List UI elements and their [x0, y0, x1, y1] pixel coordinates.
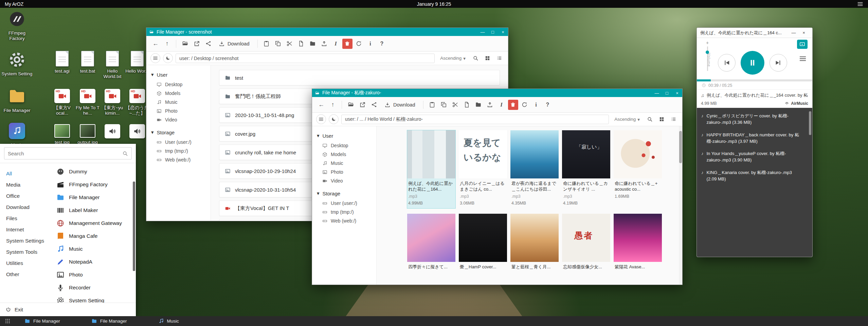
- desktop-file[interactable]: [100, 124, 125, 138]
- refresh-button[interactable]: [520, 100, 530, 110]
- list-toggle-button[interactable]: [316, 114, 326, 124]
- taskbar-item-file-manager-1[interactable]: File Manager: [21, 316, 64, 326]
- upload-button[interactable]: [485, 100, 495, 110]
- help-button[interactable]: ?: [377, 39, 387, 49]
- sidebar-item-web-drive[interactable]: Web (web:/): [312, 216, 376, 225]
- rename-button[interactable]: I: [331, 39, 341, 49]
- back-button[interactable]: ←: [316, 100, 326, 110]
- scrollbar-thumb[interactable]: [679, 131, 682, 163]
- open-button[interactable]: [180, 39, 190, 49]
- copy-button[interactable]: [273, 39, 283, 49]
- file-tile[interactable]: 四季折々に擬きて...: [407, 214, 455, 270]
- desktop-icon-file-manager[interactable]: File Manager: [1, 87, 33, 113]
- desktop-file[interactable]: Hello World.txt: [100, 51, 125, 79]
- category-system-tools[interactable]: System Tools: [6, 246, 51, 257]
- up-button[interactable]: ↑: [328, 100, 338, 110]
- topbar-menu-icon[interactable]: [857, 1, 863, 7]
- search-box[interactable]: [4, 147, 132, 159]
- sidebar-item-user-drive[interactable]: User (user:/): [146, 138, 211, 147]
- dark-mode-button[interactable]: [163, 53, 173, 63]
- sidebar-item-desktop[interactable]: Desktop: [146, 80, 211, 89]
- sidebar-section-storage[interactable]: ▾Storage: [312, 188, 376, 199]
- volume-slider[interactable]: + Volume: [703, 40, 712, 71]
- up-button[interactable]: ↑: [162, 39, 172, 49]
- paste-button[interactable]: [261, 39, 272, 49]
- exit-button[interactable]: Exit: [0, 303, 136, 316]
- next-track-button[interactable]: [770, 54, 787, 72]
- desktop-file[interactable]: HD Fly Me To T he...: [75, 89, 101, 116]
- sidebar-item-photo[interactable]: Photo: [312, 168, 376, 176]
- search-input[interactable]: [8, 151, 122, 156]
- desktop-file[interactable]: output.jpg: [75, 124, 101, 145]
- start-menu-scrollbar[interactable]: [133, 181, 135, 271]
- app-item-recorder[interactable]: Recorder: [54, 281, 131, 294]
- download-button[interactable]: Download: [215, 38, 254, 49]
- sidebar-item-web-drive[interactable]: Web (web:/): [146, 155, 211, 164]
- sidebar-section-storage[interactable]: ▾Storage: [146, 127, 211, 138]
- app-item-notepada[interactable]: NotepadA: [54, 255, 131, 268]
- video-mode-button[interactable]: [797, 40, 808, 49]
- sidebar-item-music[interactable]: Music: [312, 159, 376, 168]
- new-file-button[interactable]: [296, 39, 306, 49]
- player-menu-button[interactable]: [799, 55, 807, 62]
- cut-button[interactable]: [285, 39, 295, 49]
- search-button[interactable]: [471, 54, 480, 63]
- sidebar-section-user[interactable]: ▾User: [146, 69, 211, 80]
- category-media[interactable]: Media: [6, 179, 51, 190]
- sort-order-select[interactable]: Ascending ▾: [440, 56, 466, 61]
- download-button[interactable]: Download: [380, 99, 419, 110]
- seek-bar[interactable]: [697, 79, 812, 81]
- help-button[interactable]: ?: [543, 100, 553, 110]
- sidebar-item-tmp-drive[interactable]: tmp (tmp:/): [312, 208, 376, 216]
- desktop-file[interactable]: test.bat: [75, 51, 101, 74]
- file-tile[interactable]: 「寂しい」 命に嫌われている＿カンザキイオリ ... .mp3 4.19MB: [562, 130, 610, 208]
- file-tile[interactable]: 憂＿HamP cover...: [459, 214, 507, 270]
- desktop-file[interactable]: HD 【東方~yu kimin...: [100, 89, 125, 116]
- rename-button[interactable]: I: [496, 100, 507, 110]
- desktop-icon-system-setting[interactable]: System Setting: [1, 50, 33, 77]
- app-item-management-gateway[interactable]: Management Gateway: [54, 217, 131, 230]
- playlist-item[interactable]: ♪Cynic＿ポリスピカデリー cover. by 柘榴-zakuro-.mp3…: [697, 110, 812, 129]
- app-item-music[interactable]: Music: [54, 243, 131, 255]
- search-button[interactable]: [645, 115, 654, 124]
- breadcrumb-input[interactable]: [176, 54, 435, 63]
- open-in-new-button[interactable]: [192, 39, 202, 49]
- close-button[interactable]: ×: [672, 89, 682, 97]
- open-button[interactable]: [346, 100, 356, 110]
- minimize-button[interactable]: —: [477, 28, 488, 36]
- close-button[interactable]: ×: [799, 28, 809, 38]
- app-item-ffmpeg-factory[interactable]: FFmpeg Factory: [54, 178, 131, 191]
- app-grid-button[interactable]: [3, 316, 12, 326]
- sidebar-item-tmp-drive[interactable]: tmp (tmp:/): [146, 147, 211, 155]
- share-button[interactable]: [369, 100, 379, 110]
- new-folder-button[interactable]: [473, 100, 484, 110]
- file-tile[interactable]: 愚者 忘却感傷仮像少女...: [562, 214, 610, 270]
- file-tile[interactable]: 例えば、今此処に置かれた花に＿164... .mp3 4.99MB: [407, 130, 455, 208]
- file-row[interactable]: test: [219, 70, 500, 85]
- grid-view-button[interactable]: [483, 54, 492, 63]
- sidebar-item-video[interactable]: Video: [146, 115, 211, 124]
- scrollbar[interactable]: [679, 126, 682, 285]
- app-item-system-setting[interactable]: System Setting: [54, 294, 131, 303]
- playlist-item[interactable]: ♪KING＿Kanaria cover. by 柘榴-zakuro-.mp3 (…: [697, 167, 812, 186]
- list-view-button[interactable]: [495, 54, 504, 63]
- open-in-new-button[interactable]: [357, 100, 367, 110]
- category-download[interactable]: Download: [6, 202, 51, 213]
- sidebar-item-desktop[interactable]: Desktop: [312, 141, 376, 150]
- close-button[interactable]: ×: [498, 28, 508, 36]
- pause-button[interactable]: [741, 51, 764, 75]
- taskbar-item-file-manager-2[interactable]: File Manager: [88, 316, 130, 326]
- maximize-button[interactable]: □: [488, 28, 498, 36]
- new-folder-button[interactable]: [308, 39, 318, 49]
- aroz-brand[interactable]: My ArOZ: [5, 1, 23, 7]
- taskbar-item-music[interactable]: Music: [155, 316, 182, 326]
- app-item-photo[interactable]: Photo: [54, 268, 131, 281]
- sidebar-section-user[interactable]: ▾User: [312, 130, 376, 141]
- category-all[interactable]: All: [6, 168, 51, 179]
- category-utilities[interactable]: Utilities: [6, 257, 51, 269]
- app-item-dummy[interactable]: Dummy: [54, 165, 131, 178]
- refresh-button[interactable]: [354, 39, 364, 49]
- file-tile[interactable]: 菫と藍桜＿青く月...: [510, 214, 559, 270]
- desktop-file[interactable]: HD 【東方V ocal...: [49, 89, 75, 116]
- maximize-button[interactable]: □: [662, 89, 672, 97]
